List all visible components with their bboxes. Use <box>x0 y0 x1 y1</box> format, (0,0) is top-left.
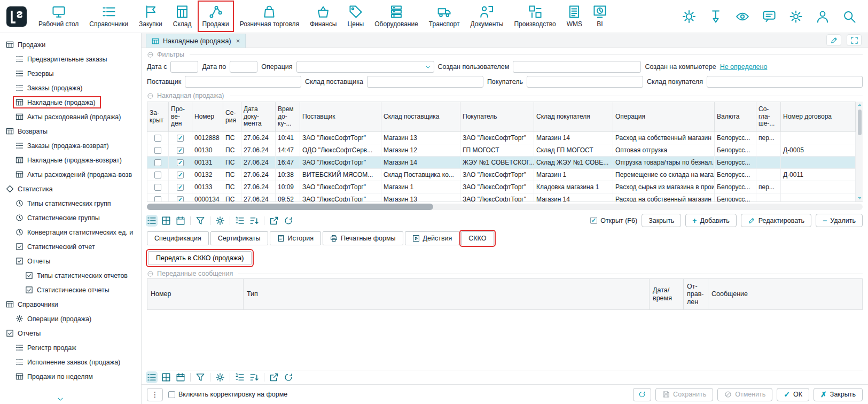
scrollbar-thumb[interactable] <box>147 204 433 210</box>
numbered-list-icon[interactable] <box>235 372 245 382</box>
sidebar-item[interactable]: Типы статистических отчетов <box>0 268 141 283</box>
profile-icon[interactable] <box>816 10 830 24</box>
column-header[interactable]: Сообщение <box>708 279 863 310</box>
nav-item-bi[interactable]: BI <box>588 0 612 33</box>
column-header[interactable]: Номер договора <box>781 102 856 132</box>
sidebar-item[interactable]: Конвертация статистических ед. и <box>0 225 141 239</box>
add-button[interactable]: +Добавить <box>685 214 736 227</box>
column-header[interactable]: Со- гла- ше-... <box>756 102 781 132</box>
ok-button[interactable]: ✓ОК <box>777 388 809 401</box>
date-from-input[interactable] <box>170 61 198 73</box>
refresh-icon[interactable] <box>284 372 293 382</box>
column-header[interactable]: Дата доку- мента <box>241 102 276 132</box>
nav-item-production[interactable]: Производство <box>509 0 561 33</box>
column-header[interactable]: Валюта <box>715 102 756 132</box>
posted-checkbox[interactable]: ✓ <box>177 172 184 178</box>
nav-item-retail[interactable]: Розничная торговля <box>234 0 304 33</box>
sidebar-item[interactable]: Накладные (продажа) <box>0 95 141 110</box>
tab-skko[interactable]: СККО <box>461 231 494 245</box>
nav-item-directories[interactable]: Справочники <box>84 0 134 33</box>
operation-select[interactable] <box>296 61 434 73</box>
closed-checkbox[interactable] <box>154 135 161 142</box>
open-f6-toggle[interactable]: ✓ Открыт (F6) <box>590 217 637 224</box>
supplier-input[interactable] <box>185 76 301 88</box>
export-icon[interactable] <box>269 372 279 382</box>
created-by-input[interactable] <box>513 61 641 73</box>
sidebar-item[interactable]: Справочники <box>0 297 141 312</box>
tab-specification[interactable]: Спецификация <box>147 231 209 245</box>
table-row[interactable]: ✓00132ПС27.06.2410:38ВИТЕБСКИЙ МЯСОМ...С… <box>147 169 856 181</box>
nav-item-finance[interactable]: Финансы <box>304 0 342 33</box>
filter-icon[interactable] <box>196 216 205 226</box>
scrollbar-thumb[interactable] <box>858 110 862 135</box>
sidebar-item[interactable]: Операции (продажа) <box>0 312 141 326</box>
table-row[interactable]: ✓00131ПС27.06.2416:47ЗАО "ЛюксСофтТорг"М… <box>147 157 856 169</box>
sidebar-item[interactable]: Акты расхождений (продажа-возв <box>0 167 141 182</box>
edit-button[interactable]: Редактировать <box>741 214 811 227</box>
transfer-to-skko-button[interactable]: Передать в СККО (продажа) <box>148 251 252 265</box>
view-list-icon[interactable] <box>147 216 157 226</box>
column-header[interactable]: Дата/время <box>650 279 684 310</box>
sidebar-item[interactable]: Предварительные заказы <box>0 52 141 66</box>
close-record-button[interactable]: Закрыть <box>642 214 681 227</box>
posted-checkbox[interactable]: ✓ <box>177 147 184 154</box>
tab-certificates[interactable]: Сертификаты <box>210 231 268 245</box>
column-header[interactable]: Номер <box>147 279 244 310</box>
export-icon[interactable] <box>269 216 279 226</box>
tab-invoices-sales[interactable]: Накладные (продажа) × <box>146 34 246 48</box>
refresh-button[interactable] <box>633 388 651 401</box>
theme-icon[interactable] <box>682 10 696 24</box>
buyer-input[interactable] <box>527 76 643 88</box>
sidebar-item[interactable]: Статистические отчеты <box>0 283 141 297</box>
open-f6-checkbox[interactable]: ✓ <box>590 217 597 224</box>
filters-group-header[interactable]: Фильтры <box>142 48 868 59</box>
column-header[interactable]: Склад покупателя <box>534 102 613 132</box>
sidebar-item[interactable]: Заказы (продажа-возврат) <box>0 138 141 153</box>
vertical-scrollbar[interactable] <box>856 102 863 201</box>
settings-icon[interactable] <box>215 372 225 382</box>
sidebar-item[interactable]: Резервы <box>0 66 141 81</box>
column-header[interactable]: Тип <box>244 279 650 310</box>
filter-icon[interactable] <box>196 372 205 382</box>
close-button[interactable]: ✗Закрыть <box>814 388 863 401</box>
nav-item-purchases[interactable]: Закупки <box>134 0 168 33</box>
sidebar-item[interactable]: Регистр продаж <box>0 340 141 355</box>
posted-checkbox[interactable]: ✓ <box>177 159 184 166</box>
tab-print-forms[interactable]: Печатные формы <box>323 231 403 245</box>
horizontal-scrollbar[interactable] <box>147 204 863 210</box>
grid-icon[interactable] <box>161 216 171 226</box>
nav-item-documents[interactable]: Документы <box>465 0 509 33</box>
column-header[interactable]: Склад поставщика <box>381 102 460 132</box>
visibility-icon[interactable] <box>736 10 749 24</box>
column-header[interactable]: От- прав- лен <box>684 279 708 310</box>
posted-checkbox[interactable]: ✓ <box>177 184 184 191</box>
column-header[interactable]: Номер <box>192 102 223 132</box>
delete-button[interactable]: −Удалить <box>816 214 863 227</box>
sidebar-item[interactable]: Акты расходований (продажа) <box>0 110 141 124</box>
sidebar-item[interactable]: Исполнение заявок (продажа) <box>0 355 141 369</box>
closed-checkbox[interactable] <box>154 172 161 178</box>
posted-checkbox[interactable]: ✓ <box>177 196 184 202</box>
nav-item-sales[interactable]: Продажи <box>197 0 234 33</box>
tab-history[interactable]: История <box>270 231 321 245</box>
scroll-down-icon[interactable] <box>857 196 862 200</box>
form-correction-checkbox[interactable] <box>168 391 175 398</box>
table-row[interactable]: ✓0000134ПС27.06.2409:52ЗАО "ЛюксСофтТорг… <box>147 193 856 203</box>
sidebar-item[interactable]: Типы статистических групп <box>0 196 141 211</box>
created-on-computer-link[interactable]: Не определено <box>720 63 768 71</box>
fullscreen-button[interactable] <box>847 34 862 46</box>
posted-checkbox[interactable]: ✓ <box>177 135 184 142</box>
view-list-icon[interactable] <box>147 372 157 382</box>
messages-group-header[interactable]: Переданные сообщения <box>142 267 868 278</box>
table-row[interactable]: ✓0012888ПС27.06.2410:41ЗАО "ЛюксСофтТорг… <box>147 132 856 144</box>
calendar-icon[interactable] <box>176 216 185 226</box>
edit-form-button[interactable] <box>826 34 841 46</box>
closed-checkbox[interactable] <box>154 147 161 154</box>
sidebar-scroll-down-icon[interactable] <box>56 395 65 403</box>
tab-close-icon[interactable]: × <box>236 37 240 45</box>
tab-actions[interactable]: Действия <box>405 231 460 245</box>
calendar-icon[interactable] <box>176 372 185 382</box>
sort-icon[interactable] <box>249 372 259 382</box>
column-header[interactable]: Про- ве- ден <box>169 102 192 132</box>
column-header[interactable]: Се- рия <box>223 102 241 132</box>
